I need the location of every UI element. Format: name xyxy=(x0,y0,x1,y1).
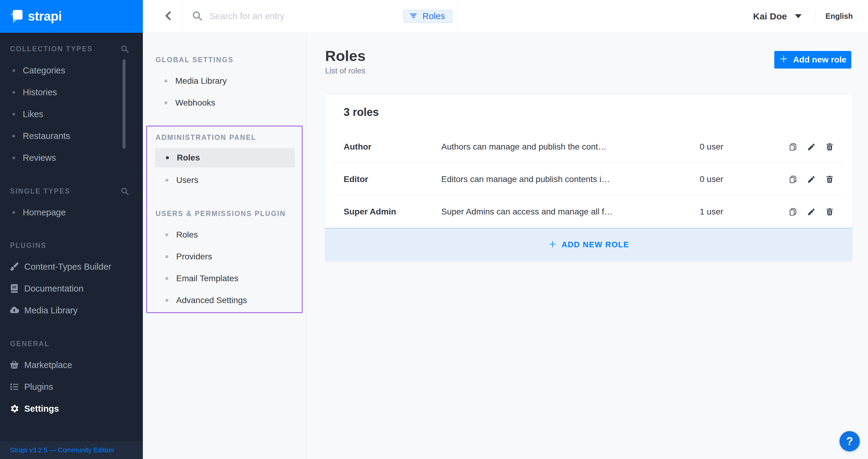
tour-highlight-box: ADMINISTRATION PANEL Roles Users USERS &… xyxy=(146,126,303,313)
search-icon[interactable] xyxy=(120,44,129,53)
sidebar-footer: Strapi v3.2.5 — Community Edition xyxy=(0,441,143,459)
sidebar-item-label: Restaurants xyxy=(23,131,70,141)
user-menu[interactable]: Kai Doe xyxy=(753,11,802,22)
role-name: Author xyxy=(344,130,372,163)
sidebar-item-homepage[interactable]: Homepage xyxy=(0,202,143,223)
delete-icon[interactable] xyxy=(824,174,835,184)
bullet-icon xyxy=(165,299,168,302)
edit-icon[interactable] xyxy=(806,174,816,184)
settings-item-email-templates[interactable]: Email Templates xyxy=(147,268,302,289)
bullet-icon xyxy=(12,157,15,159)
role-description: Authors can manage and publish the cont… xyxy=(441,130,607,163)
settings-item-up-roles[interactable]: Roles xyxy=(147,224,302,246)
bullet-icon xyxy=(165,277,168,280)
role-description: Super Admins can access and manage all f… xyxy=(441,195,613,228)
role-name: Super Admin xyxy=(344,195,396,228)
sidebar-item-histories[interactable]: Histories xyxy=(0,81,143,103)
bullet-icon xyxy=(165,179,168,182)
settings-item-advanced-settings[interactable]: Advanced Settings xyxy=(147,289,302,311)
settings-item-media-library[interactable]: Media Library xyxy=(143,70,306,92)
section-general: GENERAL xyxy=(10,340,50,348)
bullet-icon xyxy=(164,80,167,83)
add-new-role-footer-button[interactable]: ADD NEW ROLE xyxy=(325,228,852,261)
strapi-admin-app: strapi COLLECTION TYPES Categories Histo… xyxy=(0,0,868,459)
filter-icon xyxy=(409,11,417,21)
settings-item-webhooks[interactable]: Webhooks xyxy=(143,92,306,114)
sidebar-item-marketplace[interactable]: Marketplace xyxy=(0,354,143,376)
topbar: Roles Kai Doe English xyxy=(143,0,868,33)
delete-icon[interactable] xyxy=(824,142,835,152)
sidebar-item-reviews[interactable]: Reviews xyxy=(0,147,143,169)
strapi-version-link[interactable]: Strapi v3.2.5 — Community Edition xyxy=(10,446,114,454)
edit-icon[interactable] xyxy=(806,142,816,152)
question-mark-icon: ? xyxy=(846,435,853,448)
section-users-permissions: USERS & PERMISSIONS PLUGIN xyxy=(156,210,286,217)
bullet-icon xyxy=(12,113,15,116)
strapi-logo-text: strapi xyxy=(28,9,62,24)
sidebar-item-label: Histories xyxy=(23,87,57,97)
strapi-logo[interactable]: strapi xyxy=(0,0,143,33)
edit-icon[interactable] xyxy=(806,207,816,217)
settings-item-roles-active[interactable]: Roles xyxy=(155,148,295,167)
sidebar-item-settings[interactable]: Settings xyxy=(0,398,143,420)
entry-search xyxy=(191,0,379,32)
search-icon[interactable] xyxy=(120,187,129,196)
sidebar-item-label: Likes xyxy=(23,109,43,119)
divider xyxy=(458,0,458,32)
sidebar-item-label: Plugins xyxy=(24,382,53,392)
sidebar-item-categories[interactable]: Categories xyxy=(0,59,143,81)
settings-item-users[interactable]: Users xyxy=(147,169,302,191)
bullet-icon xyxy=(165,233,168,236)
table-row[interactable]: Super Admin Super Admins can access and … xyxy=(325,195,852,228)
sidebar-item-media-library[interactable]: Media Library xyxy=(0,299,143,321)
sidebar-item-label: Content-Types Builder xyxy=(24,262,111,272)
bullet-icon xyxy=(12,69,15,72)
sidebar-item-label: Documentation xyxy=(24,284,84,294)
filter-chip-roles[interactable]: Roles xyxy=(403,10,453,23)
sidebar-item-content-types-builder[interactable]: Content-Types Builder xyxy=(0,256,143,278)
settings-item-label: Webhooks xyxy=(175,98,215,108)
chevron-down-icon xyxy=(795,14,802,18)
gear-icon xyxy=(9,403,20,414)
duplicate-icon[interactable] xyxy=(788,142,798,152)
settings-item-label: Media Library xyxy=(175,76,227,86)
book-icon xyxy=(9,283,20,294)
page-title: Roles xyxy=(325,47,366,64)
page-subtitle: List of roles xyxy=(325,66,366,75)
search-input[interactable] xyxy=(210,11,379,21)
sidebar-item-label: Marketplace xyxy=(24,360,72,370)
role-users-count: 0 user xyxy=(700,163,723,195)
delete-icon[interactable] xyxy=(824,207,835,217)
sidebar-item-likes[interactable]: Likes xyxy=(0,103,143,125)
settings-item-label: Providers xyxy=(176,252,212,262)
row-actions xyxy=(788,195,835,228)
cloud-upload-icon xyxy=(9,305,20,315)
add-new-role-button[interactable]: Add new role xyxy=(774,51,851,68)
settings-item-label: Roles xyxy=(177,153,200,163)
role-users-count: 0 user xyxy=(700,130,723,163)
section-plugins: PLUGINS xyxy=(10,242,46,249)
sidebar-item-documentation[interactable]: Documentation xyxy=(0,278,143,299)
back-button[interactable] xyxy=(155,0,182,32)
language-selector[interactable]: English xyxy=(826,12,853,21)
settings-sidebar: GLOBAL SETTINGS Media Library Webhooks A… xyxy=(143,33,306,459)
sidebar-item-label: Reviews xyxy=(23,153,56,163)
section-single-types: SINGLE TYPES xyxy=(10,187,70,195)
sidebar-item-restaurants[interactable]: Restaurants xyxy=(0,125,143,147)
duplicate-icon[interactable] xyxy=(788,174,798,184)
roles-count: 3 roles xyxy=(344,106,379,119)
settings-item-label: Users xyxy=(176,175,198,185)
add-new-role-footer-label: ADD NEW ROLE xyxy=(562,240,629,249)
bullet-icon xyxy=(164,101,167,104)
table-row[interactable]: Editor Editors can manage and publish co… xyxy=(325,163,852,195)
bullet-icon xyxy=(12,135,15,137)
settings-item-label: Email Templates xyxy=(176,274,238,283)
strapi-logo-icon xyxy=(9,8,24,25)
topbar-right: Kai Doe English xyxy=(753,0,853,32)
duplicate-icon[interactable] xyxy=(788,207,798,217)
sidebar-item-plugins[interactable]: Plugins xyxy=(0,376,143,398)
sidebar-item-label: Settings xyxy=(24,404,59,414)
table-row[interactable]: Author Authors can manage and publish th… xyxy=(325,130,852,163)
help-button[interactable]: ? xyxy=(839,431,860,451)
settings-item-providers[interactable]: Providers xyxy=(147,246,302,268)
